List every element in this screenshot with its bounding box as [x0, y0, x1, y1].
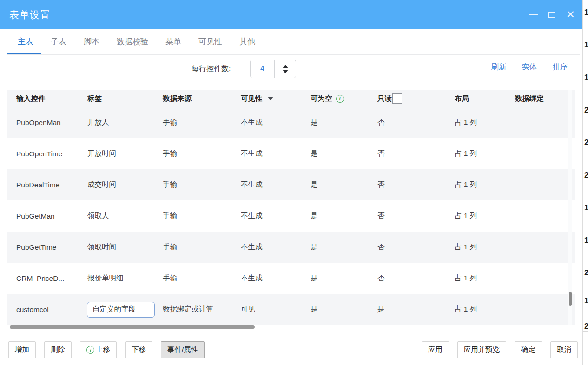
- label-text: 领取人: [87, 212, 109, 219]
- clipped-background-digit: 1: [584, 236, 588, 245]
- controls-per-row-stepper[interactable]: 4: [250, 60, 296, 78]
- cell-nullable: 是: [311, 149, 377, 159]
- tab-item[interactable]: 菜单: [165, 36, 181, 47]
- label-text: 领取时间: [87, 243, 116, 251]
- col-header-readonly: 只读: [377, 93, 455, 104]
- clipped-background-digit: 2: [584, 322, 588, 331]
- cell-visibility: 不生成: [241, 180, 311, 190]
- table-row[interactable]: customcol 自定义的字段 数据绑定或计算 可见 是 是 占 1 列: [7, 294, 575, 325]
- cell-input-control: PubGetTime: [16, 243, 87, 252]
- tab-active[interactable]: 主表: [18, 36, 33, 47]
- cell-nullable: 是: [311, 305, 377, 314]
- footer-button[interactable]: 应用并预览: [457, 341, 507, 358]
- label-edit-input[interactable]: 自定义的字段: [87, 302, 155, 318]
- footer-button[interactable]: 取消: [550, 341, 578, 358]
- background-edge-strip: 11122211212: [582, 0, 588, 365]
- cell-readonly: 否: [377, 149, 455, 159]
- cell-readonly: 否: [377, 180, 455, 190]
- readonly-select-all-checkbox[interactable]: [392, 93, 402, 104]
- cell-data-source: 手输: [163, 273, 241, 283]
- footer-button[interactable]: i上移: [80, 341, 117, 358]
- table-row[interactable]: PubOpenTime 开放时间 手输 不生成 是 否 占 1 列: [7, 138, 575, 169]
- form-settings-panel: 每行控件数: 4 刷新实体排序 输入控件 标签 数据来源 可见性 可为空 i 只…: [7, 54, 580, 332]
- cell-data-source: 手输: [163, 118, 241, 127]
- cell-layout: 占 1 列: [455, 149, 515, 159]
- cell-nullable: 是: [311, 242, 377, 252]
- cell-input-control: CRM_PriceD...: [16, 274, 87, 283]
- tab-item[interactable]: 子表: [51, 36, 66, 47]
- cell-nullable: 是: [311, 273, 377, 283]
- cell-input-control: PubGetMan: [16, 212, 87, 220]
- toolbar-link[interactable]: 刷新: [491, 62, 506, 72]
- tab-item[interactable]: 数据校验: [117, 36, 148, 47]
- background-divider: [583, 307, 588, 307]
- cell-label: 领取时间: [87, 242, 163, 252]
- clipped-background-digit: 2: [584, 139, 588, 147]
- footer-bar: 增加删除i上移下移事件/属性 应用应用并预览确定取消: [0, 341, 582, 360]
- table-row[interactable]: PubDealTime 成交时间 手输 不生成 是 否 占 1 列: [7, 169, 575, 200]
- table-body: PubOpenMan 开放人 手输 不生成 是 否 占 1 列 PubOpenT…: [7, 107, 575, 325]
- clipped-background-digit: 2: [584, 106, 588, 114]
- button-label: 增加: [15, 345, 29, 355]
- footer-button[interactable]: 增加: [8, 341, 36, 358]
- col-header-visibility: 可见性: [241, 94, 311, 104]
- footer-button[interactable]: 应用: [422, 341, 449, 358]
- dropdown-caret-icon[interactable]: [268, 97, 273, 100]
- table-header: 输入控件 标签 数据来源 可见性 可为空 i 只读 布局 数据绑定: [7, 90, 575, 107]
- tab-item[interactable]: 其他: [239, 36, 255, 47]
- close-icon[interactable]: ✕: [566, 9, 575, 20]
- tab-item[interactable]: 可见性: [198, 36, 222, 47]
- cell-visibility: 可见: [241, 305, 311, 314]
- footer-button[interactable]: 确定: [515, 341, 542, 358]
- cell-visibility: 不生成: [241, 211, 311, 221]
- vertical-scrollbar-track[interactable]: [568, 90, 572, 325]
- footer-button[interactable]: 事件/属性: [161, 341, 205, 358]
- col-header-nullable: 可为空 i: [311, 94, 377, 104]
- cell-visibility: 不生成: [241, 273, 311, 283]
- info-icon[interactable]: i: [336, 95, 344, 103]
- clipped-background-digit: 1: [584, 73, 588, 82]
- tab-bar: 主表子表脚本数据校验菜单可见性其他: [0, 29, 582, 54]
- cell-label: 成交时间: [87, 180, 163, 190]
- cell-readonly: 否: [377, 211, 455, 221]
- cell-visibility: 不生成: [241, 118, 311, 127]
- clipped-background-digit: 2: [584, 269, 588, 277]
- maximize-icon[interactable]: [548, 12, 555, 18]
- tab-item[interactable]: 脚本: [84, 36, 99, 47]
- stepper-up-icon[interactable]: [283, 65, 288, 68]
- table-row[interactable]: PubGetMan 领取人 手输 不生成 是 否 占 1 列: [7, 200, 575, 232]
- toolbar-link[interactable]: 排序: [553, 62, 568, 72]
- footer-button[interactable]: 下移: [125, 341, 152, 358]
- clipped-background-digit: 1: [584, 8, 588, 17]
- cell-readonly: 否: [377, 242, 455, 252]
- button-label: 取消: [557, 345, 571, 355]
- cell-layout: 占 1 列: [455, 242, 515, 252]
- toolbar-link[interactable]: 实体: [522, 62, 537, 72]
- vertical-scrollbar-thumb[interactable]: [569, 292, 572, 306]
- col-header-label: 标签: [87, 94, 163, 104]
- cell-input-control: PubOpenTime: [16, 150, 87, 158]
- cell-visibility: 不生成: [241, 149, 311, 159]
- button-label: 应用并预览: [464, 345, 500, 355]
- clipped-background-digit: 1: [584, 41, 588, 49]
- cell-layout: 占 1 列: [455, 273, 515, 283]
- horizontal-scrollbar-thumb[interactable]: [10, 325, 255, 329]
- cell-nullable: 是: [311, 211, 377, 221]
- table-row[interactable]: CRM_PriceD... 报价单明细 手输 不生成 是 否 占 1 列: [7, 263, 575, 294]
- button-label: 删除: [51, 345, 65, 355]
- footer-button[interactable]: 删除: [44, 341, 72, 358]
- cell-label: 开放人: [87, 118, 163, 127]
- stepper-value[interactable]: 4: [251, 60, 274, 78]
- minimize-icon[interactable]: [529, 14, 538, 15]
- cell-readonly: 否: [377, 273, 455, 283]
- cell-layout: 占 1 列: [455, 305, 515, 314]
- label-text: 开放时间: [87, 149, 116, 157]
- cell-data-source: 数据绑定或计算: [163, 305, 241, 314]
- table-row[interactable]: PubGetTime 领取时间 手输 不生成 是 否 占 1 列: [7, 232, 575, 263]
- table-row[interactable]: PubOpenMan 开放人 手输 不生成 是 否 占 1 列: [7, 107, 575, 138]
- stepper-down-icon[interactable]: [283, 70, 288, 73]
- cell-input-control: PubDealTime: [16, 181, 87, 189]
- cell-layout: 占 1 列: [455, 180, 515, 190]
- button-label: 应用: [428, 345, 443, 355]
- cell-label: 开放时间: [87, 149, 163, 159]
